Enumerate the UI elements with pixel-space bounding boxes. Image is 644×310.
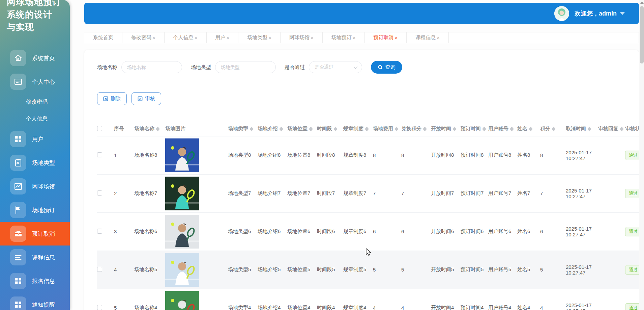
sidebar-item[interactable]: 网球场馆 (0, 175, 70, 198)
row-checkbox[interactable] (97, 190, 102, 196)
table-body: 1场地名称8场地类型8场地介绍8场地位置8时间段8规章制度888开放时间8预订时… (97, 136, 644, 310)
close-icon[interactable]: × (437, 35, 440, 41)
close-icon[interactable]: × (353, 35, 356, 41)
table-row[interactable]: 2场地名称7场地类型7场地介绍7场地位置7时间段7规章制度777开放时间7预订时… (97, 174, 644, 212)
type-filter-input[interactable] (215, 61, 276, 73)
column-header[interactable]: 时间段 (317, 122, 343, 136)
check-square-icon (138, 96, 143, 101)
cell-reply (598, 136, 625, 174)
sidebar-subitem[interactable]: 个人信息 (0, 110, 70, 127)
tab-场地类型[interactable]: 场地类型× (238, 32, 281, 43)
table-row[interactable]: 4场地名称5场地类型5场地介绍5场地位置5时间段5规章制度555开放时间5预订时… (97, 251, 644, 289)
venue-photo (165, 174, 228, 212)
close-icon[interactable]: × (227, 35, 230, 41)
tab-课程信息[interactable]: 课程信息× (407, 32, 449, 43)
cell-type: 场地类型4 (228, 289, 258, 310)
close-icon[interactable]: × (395, 35, 398, 41)
sort-arrows-icon[interactable] (620, 127, 623, 131)
sidebar-item[interactable]: 用户 (0, 127, 70, 151)
sort-arrows-icon[interactable] (588, 127, 591, 131)
user-menu[interactable]: 欢迎您，admin (554, 6, 625, 21)
sort-arrows-icon[interactable] (453, 127, 456, 131)
venue-photo (165, 212, 228, 251)
sidebar-item[interactable]: 通知提醒 (0, 293, 70, 310)
tab-label: 预订取消 (374, 34, 394, 41)
column-header[interactable]: 姓名 (517, 122, 540, 136)
scroll-up-arrow-icon[interactable] (640, 1, 644, 4)
tab-网球场馆[interactable]: 网球场馆× (281, 32, 323, 43)
vertical-scrollbar[interactable] (639, 0, 644, 310)
sidebar-item-label: 场地预订 (32, 206, 55, 214)
cell-rules: 规章制度4 (343, 289, 373, 310)
sidebar-item[interactable]: 报名信息 (0, 269, 70, 293)
close-icon[interactable]: × (152, 35, 155, 41)
column-header[interactable]: 场地位置 (287, 122, 317, 136)
idcard-icon (10, 74, 26, 90)
sort-arrows-icon[interactable] (423, 127, 427, 131)
close-icon[interactable]: × (268, 35, 271, 41)
cell-points_exchange: 8 (401, 136, 431, 174)
column-header[interactable]: 取消时间 (566, 122, 598, 136)
review-button[interactable]: 审核 (131, 92, 161, 105)
table-row[interactable]: 1场地名称8场地类型8场地介绍8场地位置8时间段8规章制度888开放时间8预订时… (97, 136, 644, 174)
select-all-checkbox[interactable] (97, 126, 102, 131)
sidebar-item[interactable]: 场地预订 (0, 198, 70, 222)
column-header[interactable]: 预订时间 (461, 122, 488, 136)
avatar[interactable] (554, 6, 569, 21)
sidebar-item[interactable]: 预订取消 (0, 222, 70, 246)
clipboard-icon (10, 155, 26, 171)
tab-系统首页[interactable]: 系统首页 (84, 32, 122, 43)
sort-arrows-icon[interactable] (334, 127, 337, 131)
table-row[interactable]: 3场地名称6场地类型6场地介绍6场地位置6时间段6规章制度666开放时间6预订时… (97, 212, 644, 251)
sidebar-item[interactable]: 场地类型 (0, 151, 70, 175)
sidebar-subitem[interactable]: 修改密码 (0, 94, 70, 110)
pass-filter-select[interactable]: 是否通过 (309, 61, 362, 73)
close-icon[interactable]: × (311, 35, 314, 41)
name-filter-input[interactable] (121, 61, 182, 73)
sort-arrows-icon[interactable] (365, 127, 369, 131)
column-header[interactable]: 场地介绍 (258, 122, 287, 136)
delete-button[interactable]: 删除 (97, 92, 127, 105)
scrollbar-thumb[interactable] (640, 6, 644, 63)
sort-arrows-icon[interactable] (156, 127, 159, 131)
tab-个人信息[interactable]: 个人信息× (165, 32, 207, 43)
sort-arrows-icon[interactable] (309, 127, 313, 131)
sidebar-item[interactable]: 系统首页 (0, 46, 70, 70)
column-header[interactable]: 用户账号 (488, 122, 517, 136)
tab-修改密码[interactable]: 修改密码× (122, 32, 165, 43)
sort-arrows-icon[interactable] (529, 127, 532, 131)
sort-arrows-icon[interactable] (552, 127, 555, 131)
chart-icon (10, 178, 26, 195)
sidebar-item[interactable]: 个人中心 (0, 70, 70, 94)
row-checkbox[interactable] (97, 229, 102, 234)
cell-person: 姓名8 (517, 136, 540, 174)
tab-预订取消[interactable]: 预订取消× (365, 32, 407, 43)
close-icon[interactable]: × (195, 35, 198, 41)
sort-arrows-icon[interactable] (250, 127, 253, 131)
row-checkbox[interactable] (97, 305, 102, 310)
search-button[interactable]: 查询 (371, 61, 402, 74)
column-header[interactable]: 场地名称 (134, 122, 165, 136)
briefcase-icon (10, 226, 26, 242)
chevron-down-icon[interactable] (620, 12, 625, 15)
column-header[interactable]: 场地费用 (373, 122, 401, 136)
tab-用户[interactable]: 用户× (207, 32, 239, 43)
sidebar-item[interactable]: 课程信息 (0, 246, 70, 269)
column-header[interactable]: 场地类型 (228, 122, 258, 136)
column-header[interactable]: 兑换积分 (401, 122, 431, 136)
tab-场地预订[interactable]: 场地预订× (323, 32, 365, 43)
column-header[interactable]: 审核回复 (598, 122, 625, 136)
column-header[interactable]: 开放时间 (431, 122, 461, 136)
sort-arrows-icon[interactable] (395, 127, 398, 131)
sidebar-item-label: 报名信息 (32, 277, 55, 285)
type-filter-label: 场地类型 (191, 64, 211, 71)
cell-name: 场地名称4 (134, 289, 165, 310)
column-header[interactable]: 规章制度 (343, 122, 373, 136)
row-checkbox[interactable] (97, 267, 102, 272)
table-row[interactable]: 5场地名称4场地类型4场地介绍4场地位置4时间段4规章制度444开放时间4预订时… (97, 289, 644, 310)
sort-arrows-icon[interactable] (482, 127, 486, 131)
sort-arrows-icon[interactable] (280, 127, 283, 131)
row-checkbox[interactable] (97, 152, 102, 157)
column-header[interactable]: 积分 (540, 122, 566, 136)
sort-arrows-icon[interactable] (510, 127, 514, 131)
